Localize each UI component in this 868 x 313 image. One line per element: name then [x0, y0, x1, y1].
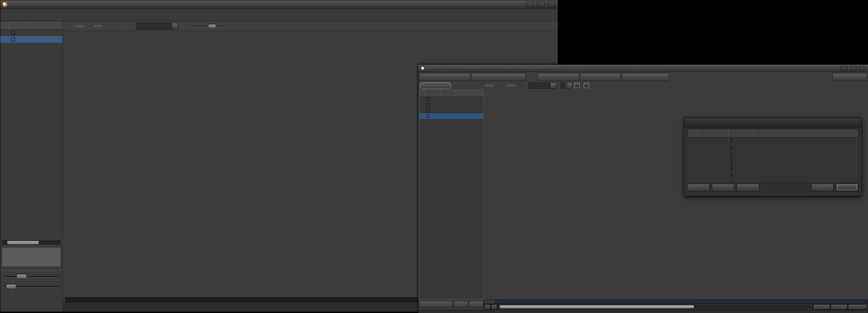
edit-button[interactable] [712, 184, 734, 191]
row-type [9, 31, 31, 35]
table-row[interactable] [419, 102, 483, 108]
xy-range-value[interactable] [560, 82, 565, 89]
save-result-button[interactable] [622, 73, 669, 81]
channels-1-8-button[interactable] [94, 25, 102, 27]
divider [113, 23, 113, 29]
color-swatch [731, 146, 732, 150]
new-control-button[interactable] [471, 73, 526, 81]
angle-shifting-panel [0, 270, 62, 291]
close-button[interactable] [547, 2, 556, 8]
configure-markers-button[interactable] [419, 301, 453, 308]
connect-button[interactable] [419, 73, 470, 81]
absolute-positioning-checkbox[interactable] [584, 83, 589, 88]
divider [524, 83, 524, 88]
balance-button[interactable] [537, 73, 579, 81]
table-row[interactable] [688, 137, 858, 144]
amplitude-mode-button[interactable] [485, 85, 494, 86]
color-swatch [731, 153, 732, 157]
scale-slider[interactable] [190, 23, 223, 29]
slider-thumb[interactable] [6, 284, 16, 289]
table-row-selected[interactable] [0, 36, 62, 43]
new-button[interactable] [737, 184, 759, 191]
xy-zoom-in-button[interactable] [831, 304, 847, 310]
row-color [729, 167, 754, 171]
color-swatch [731, 139, 732, 143]
markers-tab[interactable] [420, 82, 451, 89]
zoom-in-button[interactable] [491, 304, 497, 310]
divider [502, 83, 503, 88]
settings-button[interactable] [832, 73, 867, 81]
col-n [419, 90, 425, 96]
shifting-slider[interactable] [5, 284, 58, 289]
configure-markers-dialog [684, 118, 861, 196]
slider-thumb[interactable] [16, 274, 27, 279]
slider-track [190, 26, 223, 27]
channels-5-8-button[interactable] [517, 85, 521, 86]
marker-panel-buttons [419, 301, 483, 308]
control-status-bar [418, 310, 868, 313]
col-description [754, 129, 858, 137]
minimize-button[interactable] [840, 66, 847, 71]
marker-color-square [11, 31, 15, 35]
col-type [698, 129, 729, 137]
chevron-down-icon[interactable] [172, 23, 178, 29]
marker-color-square [11, 38, 15, 41]
row-type [425, 114, 441, 118]
chevron-down-icon[interactable] [550, 83, 556, 88]
channels-1-4-button[interactable] [507, 85, 515, 86]
table-row[interactable] [688, 172, 858, 179]
marker-table-header [419, 90, 483, 97]
delete-marker-button[interactable] [454, 301, 468, 308]
maximum-value [814, 310, 867, 313]
start-button[interactable] [580, 73, 621, 81]
table-row-selected[interactable] [419, 113, 483, 119]
cursor-zone-checkbox[interactable] [574, 83, 580, 88]
xy-max-button[interactable] [848, 304, 867, 310]
row-type [425, 103, 441, 107]
ok-button[interactable] [836, 184, 858, 191]
main-toolbar [63, 21, 557, 31]
view-range-select[interactable] [528, 82, 556, 89]
table-row[interactable] [0, 30, 62, 36]
scrollbar-thumb[interactable] [7, 241, 39, 244]
control-scrollbar-row [484, 304, 868, 310]
close-button[interactable] [859, 66, 866, 71]
chevron-down-icon[interactable] [567, 82, 572, 89]
damage-depth-button[interactable] [496, 85, 500, 86]
col-n [0, 21, 9, 29]
table-row[interactable] [688, 151, 858, 158]
color-swatch [731, 174, 732, 178]
table-row[interactable] [688, 165, 858, 172]
control-scrollbar[interactable] [498, 304, 812, 309]
dialog-title[interactable] [684, 118, 861, 127]
table-header [688, 129, 858, 137]
xy-zoom-out-button[interactable] [813, 304, 830, 310]
desktop [0, 0, 868, 313]
table-row[interactable] [688, 158, 858, 165]
zoom-out-button[interactable] [485, 304, 490, 310]
col-type [9, 21, 31, 29]
cancel-button[interactable] [811, 184, 834, 191]
maximize-button[interactable] [537, 2, 545, 8]
row-color [729, 153, 754, 157]
view-range-select[interactable] [136, 23, 178, 30]
control-window [418, 64, 868, 313]
table-row[interactable] [688, 144, 858, 151]
control-titlebar[interactable] [418, 65, 868, 73]
minimize-button[interactable] [526, 2, 535, 8]
divider [106, 23, 106, 29]
delete-button[interactable] [687, 184, 710, 191]
slider-thumb[interactable] [208, 24, 216, 29]
add-marker-button[interactable] [469, 301, 483, 308]
overview-strip[interactable] [484, 299, 868, 304]
angle-slider[interactable] [5, 274, 58, 279]
main-titlebar[interactable] [0, 0, 558, 9]
restore-button[interactable] [850, 66, 857, 71]
side-panel-scrollbar[interactable] [1, 240, 61, 246]
divider [72, 23, 72, 29]
depth-button[interactable] [76, 25, 84, 27]
table-row[interactable] [419, 97, 483, 102]
scrollbar-thumb[interactable] [499, 305, 694, 308]
view-header [0, 9, 558, 21]
table-row[interactable] [419, 108, 483, 113]
